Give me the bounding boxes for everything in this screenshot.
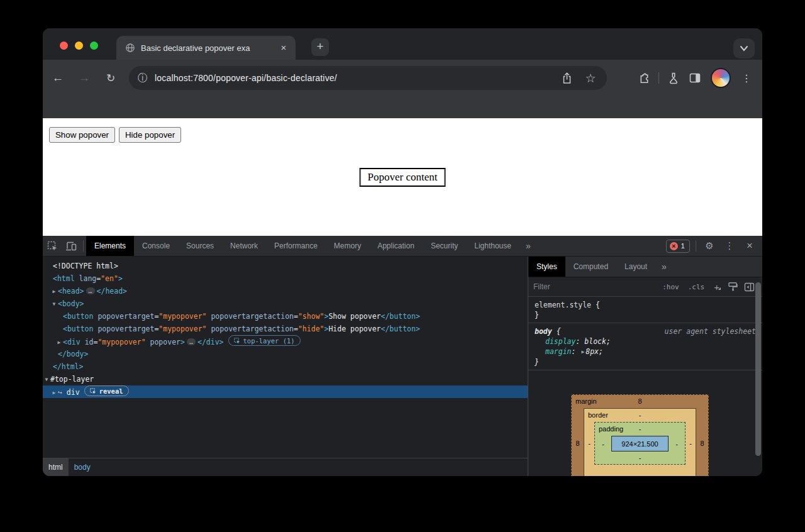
code-segment: </button>	[381, 324, 420, 333]
sidebar-tab-computed[interactable]: Computed	[565, 257, 616, 277]
css-property[interactable]: display: block;	[535, 336, 756, 346]
padding-label: padding	[599, 423, 623, 436]
new-style-rule-button[interactable]: +	[714, 282, 719, 292]
sidebar-tab-styles[interactable]: Styles	[528, 257, 565, 277]
address-bar[interactable]: ⓘ localhost:7800/popover-api/basic-decla…	[129, 66, 607, 90]
devtools-tab-memory[interactable]: Memory	[326, 236, 369, 256]
settings-gear-icon[interactable]: ⚙	[699, 236, 719, 256]
css-property-name: display	[545, 337, 575, 346]
rule-selector[interactable]: body	[535, 327, 552, 336]
dom-tree-line[interactable]: <html lang="en">	[43, 272, 528, 285]
minimize-window-button[interactable]	[75, 42, 83, 50]
code-segment: popovertargetaction	[207, 312, 294, 321]
hide-popover-button[interactable]: Hide popover	[119, 127, 181, 143]
collapsed-content-button[interactable]: …	[187, 338, 196, 345]
devtools-tab-console[interactable]: Console	[134, 236, 178, 256]
dom-tree-line[interactable]: <button popovertarget="mypopover" popove…	[43, 323, 528, 335]
expand-arrow-open-icon[interactable]: ▼	[50, 298, 58, 311]
expand-arrow-closed-icon[interactable]: ▶	[55, 336, 63, 349]
tab-strip: Basic declarative popover exa × +	[43, 28, 762, 60]
sidebar-tab-layout[interactable]: Layout	[616, 257, 655, 277]
devtools-tab-performance[interactable]: Performance	[266, 236, 326, 256]
devtools-tab-lighthouse[interactable]: Lighthouse	[466, 236, 519, 256]
collapsed-content-button[interactable]: …	[86, 287, 95, 294]
new-tab-button[interactable]: +	[311, 38, 329, 56]
expand-arrow-open-icon[interactable]: ▼	[43, 374, 50, 386]
tab-close-icon[interactable]: ×	[278, 42, 289, 53]
expand-arrow-closed-icon[interactable]: ▶	[50, 285, 58, 298]
box-model-margin[interactable]: margin 8 8 border - -	[571, 394, 709, 476]
devtools-tab-network[interactable]: Network	[222, 236, 266, 256]
close-window-button[interactable]	[60, 42, 68, 50]
filter-input[interactable]: Filter	[533, 282, 658, 291]
code-segment: "mypopover"	[158, 324, 206, 333]
url-text[interactable]: localhost:7800/popover-api/basic-declara…	[155, 73, 550, 83]
code-segment: <div	[63, 338, 80, 346]
devtools-close-icon[interactable]: ×	[740, 236, 760, 256]
padding-top-value: -	[639, 425, 641, 433]
dom-tree-line[interactable]: ▼#top-layer	[43, 373, 528, 385]
css-colon: :	[575, 337, 584, 346]
share-icon[interactable]	[559, 70, 574, 86]
dom-tree-line[interactable]: ▶↪ divreveal	[43, 385, 528, 398]
devtools-tab-elements[interactable]: Elements	[86, 236, 134, 256]
breadcrumb-body[interactable]: body	[69, 458, 96, 476]
code-segment: #top-layer	[50, 375, 94, 384]
box-model-border[interactable]: border - - padding -	[584, 408, 696, 476]
maximize-window-button[interactable]	[90, 42, 98, 50]
sidebar-more-tabs-icon[interactable]: »	[655, 257, 673, 277]
browser-tab[interactable]: Basic declarative popover exa ×	[116, 36, 296, 60]
browser-menu-icon[interactable]: ⋮	[736, 68, 757, 88]
dom-tree-line[interactable]: </body>	[43, 348, 528, 360]
code-segment: "hide"	[298, 324, 325, 333]
dom-tree-line[interactable]: ▶<div id="mypopover" popover>…</div>top-…	[43, 335, 528, 348]
dom-tree-line[interactable]: </html>	[43, 360, 528, 373]
error-badge[interactable]: 1	[666, 240, 690, 253]
styles-sidebar: StylesComputedLayout» Filter :hov .cls +	[528, 257, 762, 476]
devtools-menu-icon[interactable]: ⋮	[719, 236, 740, 256]
inspect-element-icon[interactable]	[43, 236, 62, 256]
dom-tree-line[interactable]: <button popovertarget="mypopover" popove…	[43, 310, 528, 323]
devtools-body: <!DOCTYPE html><html lang="en">▶<head>…<…	[43, 257, 762, 476]
dom-tree-line[interactable]: <!DOCTYPE html>	[43, 260, 528, 272]
css-property[interactable]: margin: ▶8px;	[535, 346, 756, 357]
expand-arrow-closed-icon[interactable]: ▶	[581, 347, 584, 357]
pseudo-state-toggle[interactable]: :hov	[662, 283, 679, 291]
top-layer-badge[interactable]: top-layer (1)	[228, 335, 301, 346]
tab-search-button[interactable]	[733, 38, 755, 58]
rule-selector[interactable]: element.style	[535, 301, 591, 309]
devtools-panel: ElementsConsoleSourcesNetworkPerformance…	[43, 236, 762, 476]
show-popover-button[interactable]: Show popover	[49, 127, 115, 143]
devtools-tab-security[interactable]: Security	[423, 236, 466, 256]
profile-avatar[interactable]	[711, 68, 731, 88]
bookmark-star-icon[interactable]: ☆	[583, 70, 598, 86]
side-panel-icon[interactable]	[684, 68, 706, 88]
forward-button[interactable]: →	[74, 68, 94, 88]
expand-arrow-closed-icon[interactable]: ▶	[50, 387, 58, 399]
css-property-value: block;	[584, 337, 611, 346]
dom-tree-line[interactable]: ▶<head>…</head>	[43, 285, 528, 297]
box-model-padding[interactable]: padding - - 924×21.500 -	[594, 422, 686, 465]
site-info-icon[interactable]: ⓘ	[138, 72, 148, 85]
dom-tree-line[interactable]: ▼<body>	[43, 297, 528, 310]
extensions-icon[interactable]	[633, 68, 655, 88]
sidebar-scrollbar[interactable]	[755, 282, 761, 456]
more-tabs-icon[interactable]: »	[519, 236, 537, 256]
tab-title: Basic declarative popover exa	[141, 43, 278, 53]
code-segment: "mypopover"	[158, 312, 206, 321]
breadcrumb-html[interactable]: html	[43, 458, 69, 476]
devtools-tab-sources[interactable]: Sources	[178, 236, 222, 256]
rendering-brush-icon[interactable]	[724, 280, 741, 294]
reveal-badge[interactable]: reveal	[84, 385, 129, 396]
code-segment: lang	[75, 274, 97, 283]
element-class-toggle[interactable]: .cls	[688, 283, 705, 291]
reload-button[interactable]: ↻	[101, 68, 121, 88]
box-model-content[interactable]: 924×21.500	[611, 436, 669, 452]
device-toolbar-icon[interactable]	[62, 236, 80, 256]
devtools-tab-application[interactable]: Application	[369, 236, 423, 256]
code-segment: >	[180, 338, 185, 346]
style-rules: element.style {}body {user agent stylesh…	[528, 297, 762, 370]
flask-icon[interactable]	[663, 68, 684, 88]
border-label: border	[588, 409, 608, 422]
back-button[interactable]: ←	[48, 68, 68, 88]
